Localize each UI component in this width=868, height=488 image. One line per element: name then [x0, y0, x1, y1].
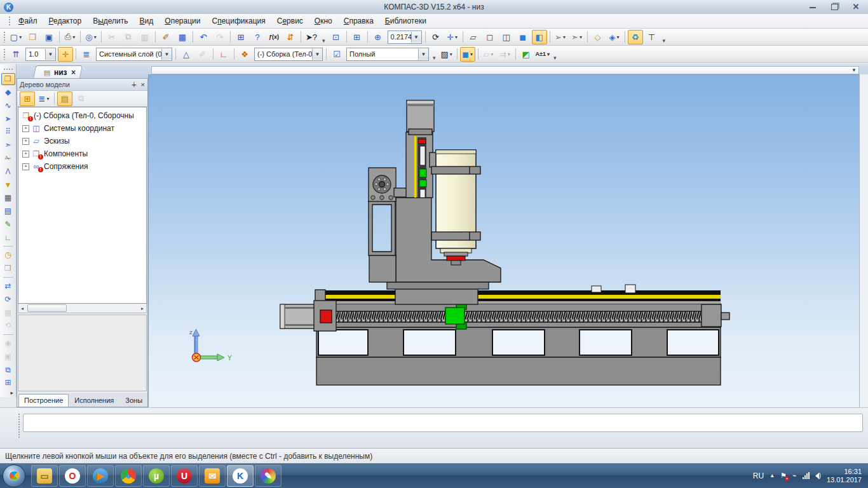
start-button[interactable]: [3, 464, 25, 487]
restore-button[interactable]: [826, 2, 843, 11]
taskbar-app-utorrent[interactable]: µ: [143, 465, 170, 487]
clock[interactable]: 16:31 13.01.2017: [827, 468, 862, 484]
taskbar-app-media-player[interactable]: ▶: [87, 465, 114, 487]
filter-solids-button[interactable]: ▨▾: [439, 47, 454, 62]
fx-button[interactable]: ƒ(x): [266, 30, 281, 44]
pin-icon[interactable]: ∔: [131, 81, 137, 89]
print-preview-button[interactable]: ◎▾: [83, 30, 98, 44]
toolbar-overflow-icon[interactable]: ▾: [553, 55, 557, 62]
menu-grip[interactable]: [8, 16, 11, 25]
measure-button[interactable]: ⊤: [644, 30, 660, 44]
what-is-this-button[interactable]: ➤?: [304, 30, 319, 44]
zoom-pan-button[interactable]: ⊞: [349, 30, 365, 44]
recent-button[interactable]: ◷: [1, 249, 15, 261]
expand-icon[interactable]: +: [22, 125, 29, 132]
open-button[interactable]: ❒: [25, 30, 40, 44]
pin-button[interactable]: ➤: [1, 112, 15, 125]
object-help-button[interactable]: ?: [250, 30, 265, 44]
menu-вид[interactable]: Вид: [134, 15, 159, 27]
display-wireframe-button[interactable]: ▱: [466, 30, 481, 44]
rail-expand-icon[interactable]: ▸: [10, 390, 16, 397]
scroll-left-icon[interactable]: ◂: [18, 306, 26, 311]
menu-окно[interactable]: Окно: [309, 15, 338, 27]
doc-sections-button[interactable]: ▤: [57, 92, 72, 106]
new-document-button[interactable]: ▢▾: [8, 30, 24, 44]
rotate-component-button[interactable]: ⟳: [1, 293, 15, 305]
model-view-cnc-assembly[interactable]: [274, 93, 731, 388]
taskbar-app-chrome[interactable]: ●: [115, 465, 142, 487]
tree-structure-button[interactable]: ⊞: [20, 92, 35, 106]
renumber-button[interactable]: ⇵: [283, 30, 298, 44]
auxiliary-geometry-button[interactable]: Ʌ: [1, 165, 15, 177]
current-layer-dropdown-icon[interactable]: ▼: [161, 49, 172, 60]
toolbar-overflow-icon[interactable]: ▾: [663, 37, 666, 45]
tree-tab-построение[interactable]: Построение: [18, 394, 69, 407]
edit-in-context-button[interactable]: ❖: [237, 47, 252, 62]
taskbar-app-explorer[interactable]: ▭: [31, 465, 58, 487]
simplify-display-button[interactable]: ➢▾: [553, 30, 568, 44]
zoom-scale-dropdown-icon[interactable]: ▼: [411, 32, 421, 43]
model-viewport[interactable]: Z Y: [148, 74, 860, 408]
surface-button[interactable]: ➣: [1, 139, 15, 151]
window-list-dropdown-icon[interactable]: ▼: [851, 67, 857, 73]
dimensions-3d-button[interactable]: ◩: [519, 47, 534, 62]
language-indicator[interactable]: RU: [753, 471, 764, 480]
add-component-button[interactable]: ◆: [1, 86, 15, 98]
message-bar-grip[interactable]: [18, 413, 20, 438]
network-icon[interactable]: [803, 472, 810, 479]
tree-display-button[interactable]: ≣▾: [36, 92, 51, 106]
expand-icon[interactable]: +: [22, 163, 29, 170]
shift-view-button[interactable]: ✛▾: [445, 30, 460, 44]
tree-item-эскизы[interactable]: +▱Эскизы: [18, 135, 146, 147]
zoom-by-rect-button[interactable]: ⊡: [329, 30, 344, 44]
toolbar2-grip[interactable]: [3, 48, 6, 60]
tree-item-root[interactable]: ❒!(-) Сборка (Тел-0, Сборочны: [18, 109, 146, 122]
taskbar-app-opera[interactable]: O: [59, 465, 86, 487]
tree-item-компоненты[interactable]: +❒!Компоненты: [18, 147, 146, 160]
rail-grip[interactable]: [3, 68, 13, 71]
edit-part-button[interactable]: ❒: [1, 73, 15, 85]
toolbar-overflow-icon[interactable]: ▾: [433, 55, 436, 62]
display-hidden-thin-button[interactable]: ◫: [499, 30, 514, 44]
load-component-button[interactable]: ❒: [1, 262, 15, 274]
expand-icon[interactable]: +: [22, 151, 29, 158]
hide-objects-button[interactable]: ➣▾: [569, 30, 585, 44]
snaps-button[interactable]: ✛: [58, 47, 73, 62]
menu-спецификация[interactable]: Спецификация: [206, 15, 271, 27]
save-button[interactable]: ▣: [41, 30, 57, 44]
toolbar-overflow-icon[interactable]: ▾: [322, 37, 325, 45]
taskbar-app-outlook[interactable]: ✉: [199, 465, 226, 487]
step-value-combo[interactable]: 1.0▼: [25, 48, 56, 61]
tab-close-icon[interactable]: ×: [71, 68, 76, 77]
check-list-button[interactable]: ☑: [329, 47, 344, 62]
tree-item-системы[interactable]: +◫Системы координат: [18, 122, 146, 135]
expand-icon[interactable]: +: [22, 138, 29, 145]
array-button[interactable]: ⠿: [1, 126, 15, 138]
tree-horizontal-scrollbar[interactable]: ◂ ▸: [18, 304, 147, 313]
layers-button[interactable]: ≣: [79, 47, 94, 62]
current-step-button[interactable]: ⇈: [8, 47, 24, 62]
copy-properties-button[interactable]: ✐: [158, 30, 173, 44]
menu-операции[interactable]: Операции: [159, 15, 206, 27]
current-assembly-dropdown-icon[interactable]: ▼: [312, 49, 322, 60]
display-shaded-button[interactable]: ◼: [515, 30, 531, 44]
menu-справка[interactable]: Справка: [338, 15, 379, 27]
spreadsheet-button[interactable]: ▦: [175, 30, 190, 44]
filter-bodies-button[interactable]: ◼▾: [460, 47, 475, 62]
menu-редактор[interactable]: Редактор: [43, 15, 88, 27]
panel-close-icon[interactable]: ×: [141, 81, 145, 88]
display-no-hidden-button[interactable]: ◻: [482, 30, 498, 44]
zoom-scale-combo[interactable]: 0.2174▼: [388, 30, 422, 44]
taskbar-app-red-u-app[interactable]: U: [171, 465, 198, 487]
attach-button[interactable]: ✁: [1, 152, 15, 165]
volume-icon[interactable]: ): [815, 472, 821, 479]
tolerance-dim-button[interactable]: A±1▾: [535, 47, 550, 62]
scroll-right-icon[interactable]: ▸: [139, 306, 146, 311]
display-shaded-edges-button[interactable]: ◧: [532, 30, 547, 44]
power-icon[interactable]: ⌁: [792, 471, 797, 480]
toolbar1-grip[interactable]: [3, 31, 6, 43]
message-bar[interactable]: [23, 414, 863, 432]
taskbar-app-paint[interactable]: ✎: [255, 465, 281, 487]
collections-button[interactable]: ⧉: [1, 363, 15, 376]
bracket-feature-button[interactable]: ∟: [1, 231, 15, 243]
